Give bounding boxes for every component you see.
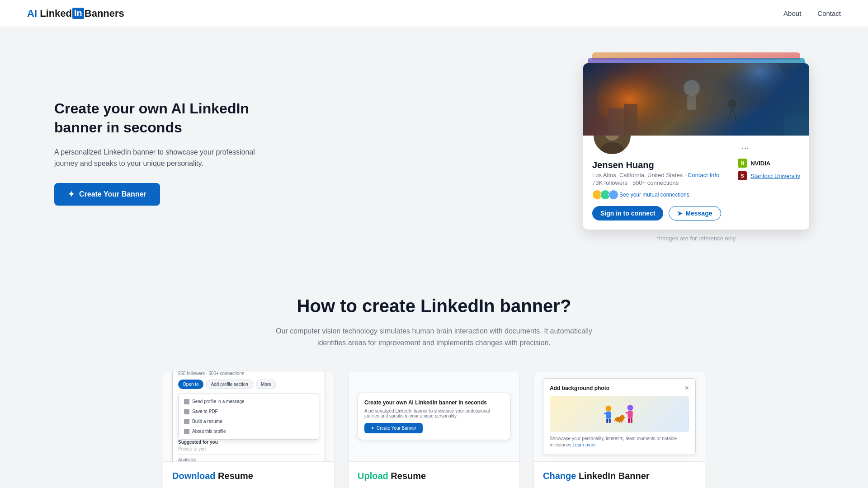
nvidia-company-name: NVIDIA: [750, 160, 770, 167]
profile-actions: Sign in to connect ➤ Message: [592, 206, 721, 221]
svg-rect-12: [784, 115, 809, 136]
svg-rect-21: [609, 418, 611, 423]
logo: AI Linked In Banners: [27, 8, 124, 19]
dropdown-icon-4: [184, 429, 189, 434]
profile-company-stanford: S Stanford University: [738, 171, 800, 180]
more-options-button[interactable]: ···: [738, 141, 753, 155]
step-card-download-body: Download Resume Download your resume in …: [163, 462, 334, 488]
step-card-download: 958 followers · 500+ connections Open to…: [163, 371, 335, 488]
dropdown-item-4: About this profile: [179, 427, 319, 436]
hero-section: Create your own AI LinkedIn banner in se…: [0, 27, 868, 269]
mock-analytics-text: Analytics: [178, 454, 319, 462]
mock-change-header-text: Add background photo: [550, 385, 609, 391]
step-card-upload-preview: Create your own AI LinkedIn banner in se…: [349, 371, 519, 462]
logo-linked-text: Linked: [40, 8, 72, 19]
dropdown-icon-1: [184, 399, 189, 404]
navbar: AI Linked In Banners About Contact: [0, 0, 868, 27]
mock-private-text: Private to you: [178, 446, 319, 451]
mock-upload-sparkle-icon: ✦: [371, 426, 374, 431]
mock-change-description: Showcase your personality, interests, te…: [550, 436, 689, 448]
mock-add-profile-btn[interactable]: Add profile section: [206, 380, 253, 389]
learn-more-link[interactable]: Learn more: [573, 442, 596, 447]
logo-banners-text: Banners: [85, 8, 124, 19]
hero-left: Create your own AI LinkedIn banner in se…: [54, 99, 289, 205]
mock-upload-card: Create your own AI LinkedIn banner in se…: [358, 393, 510, 440]
mock-buttons-row: Open to Add profile section More: [178, 380, 319, 389]
sign-in-connect-button[interactable]: Sign in to connect: [592, 206, 663, 221]
message-button[interactable]: ➤ Message: [669, 206, 721, 221]
mutual-avatar-3: [609, 190, 618, 200]
mock-upload-subtitle: A personalized LinkedIn banner to showca…: [364, 408, 504, 418]
profile-location: Los Altos, California, United States · C…: [592, 172, 721, 178]
svg-rect-17: [606, 411, 611, 418]
step-card-upload-body: Upload Resume Upload your resume to AI L…: [349, 462, 519, 488]
nav-about-link[interactable]: About: [783, 9, 801, 17]
profile-banner: [583, 63, 809, 136]
svg-rect-33: [628, 418, 630, 422]
mock-illustration: [550, 396, 689, 432]
step-upload-title: Upload Resume: [358, 471, 510, 481]
mock-upload-btn-label: Create Your Banner: [377, 426, 416, 431]
mock-upload-cta-btn[interactable]: ✦ Create Your Banner: [364, 423, 423, 433]
mock-change-card: Add background photo ✕: [543, 378, 696, 455]
mock-more-btn[interactable]: More: [256, 380, 276, 389]
svg-rect-31: [626, 412, 628, 413]
nav-links: About Contact: [783, 9, 841, 17]
mutual-connections-text[interactable]: See your mutual connections: [619, 192, 689, 198]
svg-point-29: [627, 405, 633, 411]
svg-rect-18: [604, 413, 607, 414]
mock-open-to-btn[interactable]: Open to: [178, 380, 203, 389]
svg-rect-32: [630, 412, 633, 413]
profile-card: Jensen Huang Los Altos, California, Unit…: [583, 63, 809, 230]
create-banner-button[interactable]: ✦ Create Your Banner: [54, 183, 160, 206]
svg-point-5: [728, 99, 737, 108]
mock-suggested-text: Suggested for you: [178, 440, 319, 445]
dropdown-icon-2: [184, 409, 189, 414]
banner-stack: Jensen Huang Los Altos, California, Unit…: [583, 63, 809, 230]
dropdown-item-3: Build a resume: [179, 417, 319, 427]
svg-rect-30: [627, 410, 632, 418]
dropdown-icon-3: [184, 419, 189, 424]
svg-rect-19: [609, 413, 611, 414]
profile-name: Jensen Huang: [592, 160, 721, 170]
hero-right: Jensen Huang Los Altos, California, Unit…: [579, 63, 814, 242]
close-icon[interactable]: ✕: [684, 385, 689, 391]
step-upload-highlight: Upload: [358, 471, 388, 481]
svg-rect-10: [624, 104, 637, 136]
step-card-change-preview: Add background photo ✕: [534, 371, 705, 462]
svg-rect-9: [608, 108, 626, 136]
step-download-highlight: Download: [172, 471, 216, 481]
how-to-title: How to create LinkedIn banner?: [54, 296, 814, 316]
svg-rect-11: [764, 108, 787, 136]
svg-point-3: [684, 80, 700, 96]
logo-in-box: In: [72, 8, 84, 19]
mock-dropdown: Send profile in a message Save to PDF Bu…: [178, 394, 319, 440]
mutual-avatars: [592, 190, 617, 200]
step-card-change: Add background photo ✕: [533, 371, 705, 488]
profile-company-nvidia: N NVIDIA: [738, 159, 770, 168]
step-card-change-body: Change LinkedIn Banner A good background…: [534, 462, 705, 488]
steps-grid: 958 followers · 500+ connections Open to…: [163, 371, 705, 488]
svg-rect-8: [583, 117, 610, 136]
nav-contact-link[interactable]: Contact: [817, 9, 841, 17]
hero-title: Create your own AI LinkedIn banner in se…: [54, 99, 289, 137]
how-to-subtitle: Our computer vision technology simulates…: [276, 325, 592, 348]
stanford-company-link[interactable]: Stanford University: [750, 173, 800, 179]
people-illustration-svg: [601, 400, 637, 427]
mock-stat-text: 958 followers · 500+ connections: [178, 371, 319, 376]
contact-info-link[interactable]: Contact Info: [688, 172, 719, 178]
step-card-upload: Create your own AI LinkedIn banner in se…: [348, 371, 520, 488]
profile-followers: 73K followers · 500+ connections: [592, 179, 721, 186]
svg-rect-34: [631, 418, 632, 422]
dropdown-item-1: Send profile in a message: [179, 397, 319, 407]
svg-point-23: [620, 415, 625, 419]
step-download-rest: Resume: [218, 471, 253, 481]
hero-subtitle: A personalized LinkedIn banner to showca…: [54, 146, 271, 169]
stanford-logo-icon: S: [738, 171, 747, 180]
mock-linkedin-download: 958 followers · 500+ connections Open to…: [172, 371, 325, 462]
svg-point-16: [606, 405, 612, 411]
svg-rect-4: [687, 96, 696, 110]
profile-body: Jensen Huang Los Altos, California, Unit…: [583, 136, 809, 230]
step-card-download-preview: 958 followers · 500+ connections Open to…: [163, 371, 334, 462]
cta-label: Create Your Banner: [79, 190, 146, 198]
